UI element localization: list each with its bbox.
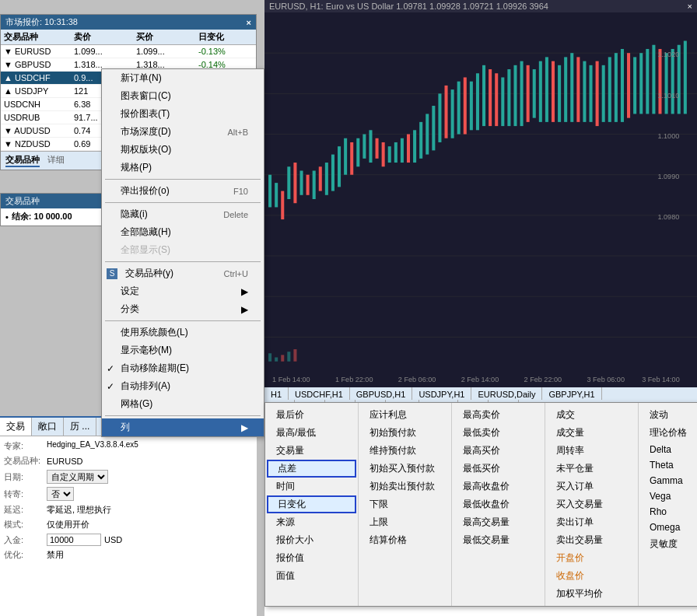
submenu-vwap[interactable]: 加权平均价 <box>545 585 638 603</box>
svg-rect-24 <box>369 130 372 163</box>
submenu-lastprice[interactable]: 最后价 <box>265 406 358 424</box>
col-scroll <box>253 31 265 43</box>
svg-rect-20 <box>344 138 347 175</box>
submenu-lower-limit[interactable]: 下限 <box>359 495 451 513</box>
change-eurusd: -0.13% <box>198 47 253 56</box>
submenu-initial-sell-margin[interactable]: 初始卖出预付款 <box>359 478 451 495</box>
context-menu-settings[interactable]: 设定 ▶ <box>102 282 264 300</box>
tab-history-left[interactable]: 历 ... <box>64 418 96 436</box>
submenu-settlement-price[interactable]: 结算价格 <box>359 531 451 549</box>
submenu-deal-volume[interactable]: 成交量 <box>545 424 638 442</box>
tab-symbol[interactable]: 交易品种 <box>5 154 40 167</box>
context-menu-chart-window[interactable]: 图表窗口(C) <box>102 87 264 105</box>
context-menu-new-order[interactable]: 新订单(N) <box>102 69 264 87</box>
svg-text:1 Feb 22:00: 1 Feb 22:00 <box>335 376 373 383</box>
tab-detail[interactable]: 详细 <box>47 154 65 167</box>
submenu-quote-size[interactable]: 报价大小 <box>265 531 358 549</box>
col-sell: 卖价 <box>74 31 136 43</box>
context-menu-auto-remove[interactable]: ✓ 自动移除超期(E) <box>102 359 264 377</box>
context-menu-category[interactable]: 分类 ▶ <box>102 300 264 318</box>
market-watch-close-button[interactable]: × <box>247 18 251 27</box>
submenu-delta[interactable]: Delta <box>639 442 697 457</box>
svg-rect-62 <box>608 57 611 121</box>
svg-rect-23 <box>363 135 366 159</box>
submenu-initial-buy-margin[interactable]: 初始买入预付款 <box>359 460 451 478</box>
submenu-initial-margin[interactable]: 初始预付款 <box>359 424 451 442</box>
tab-trading-left[interactable]: 交易 <box>0 418 32 436</box>
submenu-highest-ask[interactable]: 最高卖价 <box>452 406 545 424</box>
svg-rect-47 <box>513 65 517 126</box>
context-menu-columns[interactable]: 列 ▶ <box>102 418 264 436</box>
submenu-vega[interactable]: Vega <box>639 488 697 504</box>
submenu-spread[interactable]: 点差 <box>267 460 356 478</box>
submenu-quote-value[interactable]: 报价值 <box>265 549 358 567</box>
buy-eurusd: 1.099... <box>136 47 198 56</box>
select-date[interactable]: 自定义周期 <box>47 470 108 484</box>
submenu-maintain-margin[interactable]: 维持预付款 <box>359 442 451 460</box>
submenu-omega[interactable]: Omega <box>639 520 697 535</box>
svg-rect-58 <box>583 61 586 122</box>
context-menu-use-system-colors[interactable]: 使用系统颜色(L) <box>102 324 264 341</box>
submenu-sell-orders[interactable]: 卖出订单 <box>545 513 638 531</box>
submenu-lowest-bid[interactable]: 最低买价 <box>452 460 545 478</box>
submenu-sensitivity[interactable]: 灵敏度 <box>639 535 697 553</box>
submenu-open-price[interactable]: 开盘价 <box>545 549 638 567</box>
submenu-sell-volume[interactable]: 卖出交易量 <box>545 531 638 549</box>
svg-rect-21 <box>350 142 353 175</box>
submenu-accrued-interest[interactable]: 应计利息 <box>359 406 451 424</box>
context-menu-show-all[interactable]: 全部显示(S) <box>102 241 264 259</box>
submenu-lowest-close[interactable]: 最低收盘价 <box>452 495 545 513</box>
context-menu-quote-chart[interactable]: 报价图表(T) <box>102 105 264 123</box>
submenu-highmow[interactable]: 最高/最低 <box>265 424 358 442</box>
submenu-theoretical-price[interactable]: 理论价格 <box>639 424 697 442</box>
select-forward[interactable]: 否 <box>47 487 74 501</box>
submenu-theta[interactable]: Theta <box>639 457 697 473</box>
tab-exposure-left[interactable]: 敞口 <box>32 418 64 436</box>
submenu-buy-orders[interactable]: 买入订单 <box>545 478 638 495</box>
check-icon-2: ✓ <box>107 381 114 392</box>
svg-rect-76 <box>275 357 278 361</box>
context-menu-options[interactable]: 期权版块(O) <box>102 141 264 159</box>
context-menu-symbols[interactable]: S 交易品种(y) Ctrl+U <box>102 264 264 282</box>
submenu-lowest-volume[interactable]: 最低交易量 <box>452 531 545 549</box>
submenu-time[interactable]: 时间 <box>265 478 358 495</box>
submenu-close-price[interactable]: 收盘价 <box>545 567 638 585</box>
label-delay: 延迟: <box>4 504 47 516</box>
context-menu-hide-all[interactable]: 全部隐藏(H) <box>102 223 264 241</box>
market-watch-row[interactable]: ▼ EURUSD 1.099... 1.099... -0.13% <box>1 45 256 58</box>
submenu-highest-close[interactable]: 最高收盘价 <box>452 478 545 495</box>
label-date: 日期: <box>4 471 47 483</box>
currency-label: USD <box>104 535 122 544</box>
context-menu-market-depth[interactable]: 市场深度(D) Alt+B <box>102 123 264 141</box>
submenu-source[interactable]: 来源 <box>265 513 358 531</box>
context-menu-grid[interactable]: 网格(G) <box>102 395 264 413</box>
submenu-open-interest[interactable]: 未平仓量 <box>545 460 638 478</box>
chart-close-button[interactable]: × <box>688 2 692 11</box>
svg-rect-75 <box>268 353 271 361</box>
submenu-upper-limit[interactable]: 上限 <box>359 513 451 531</box>
submenu-gamma[interactable]: Gamma <box>639 473 697 488</box>
submenu-daychange[interactable]: 日变化 <box>267 495 356 513</box>
input-deposit[interactable] <box>47 534 101 546</box>
submenu-rho[interactable]: Rho <box>639 504 697 520</box>
submenu-volatility[interactable]: 波动 <box>639 406 697 424</box>
svg-rect-10 <box>281 191 284 220</box>
submenu-turnover[interactable]: 周转率 <box>545 442 638 460</box>
submenu-highest-bid[interactable]: 最高买价 <box>452 442 545 460</box>
submenu-lowest-ask[interactable]: 最低卖价 <box>452 424 545 442</box>
svg-rect-32 <box>419 122 422 159</box>
context-menu-show-ms[interactable]: 显示毫秒(M) <box>102 341 264 359</box>
submenu-volume[interactable]: 交易量 <box>265 442 358 460</box>
svg-rect-19 <box>338 146 341 187</box>
separator-3 <box>105 261 261 262</box>
submenu-deal[interactable]: 成交 <box>545 406 638 424</box>
context-menu-spec[interactable]: 规格(P) <box>102 159 264 177</box>
submenu-face-value[interactable]: 面值 <box>265 567 358 585</box>
context-menu-auto-arrange[interactable]: ✓ 自动排列(A) <box>102 377 264 395</box>
svg-text:1.1020: 1.1020 <box>657 51 679 58</box>
submenu-highest-volume[interactable]: 最高交易量 <box>452 513 545 531</box>
submenu-buy-volume[interactable]: 买入交易量 <box>545 495 638 513</box>
context-menu-hide[interactable]: 隐藏(i) Delete <box>102 205 264 223</box>
context-menu-popup-quote[interactable]: 弹出报价(o) F10 <box>102 182 264 200</box>
svg-rect-38 <box>457 82 461 135</box>
